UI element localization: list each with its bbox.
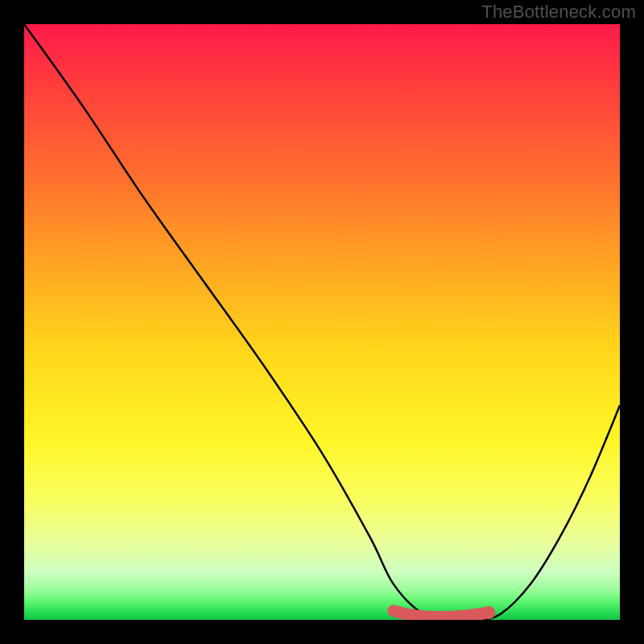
optimal-highlight — [394, 611, 489, 617]
highlight-end-dot — [482, 606, 495, 619]
plot-area — [24, 24, 620, 620]
chart-container: TheBottleneck.com — [0, 0, 644, 644]
bottleneck-curve — [24, 24, 620, 620]
curve-overlay — [24, 24, 620, 620]
attribution-text: TheBottleneck.com — [481, 2, 636, 23]
